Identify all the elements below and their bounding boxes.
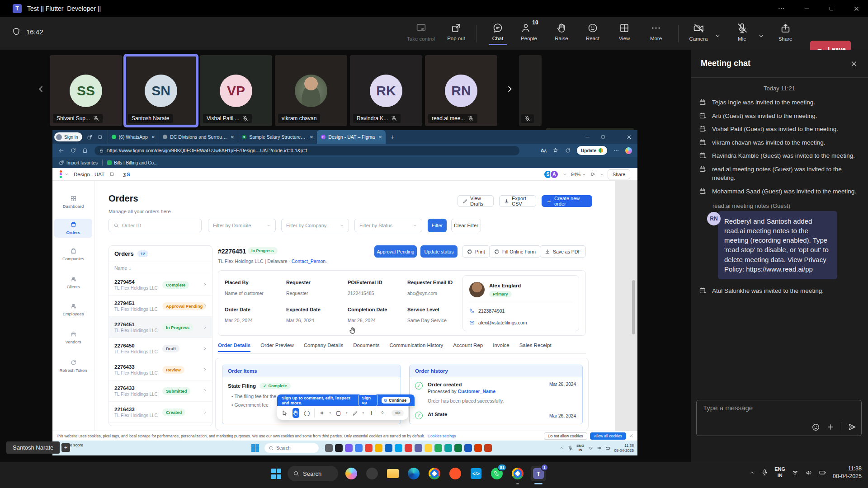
filter-domicile-select[interactable]: Filter by Domicile — [208, 219, 276, 232]
chrome-icon[interactable] — [427, 466, 442, 481]
tray-chevron-icon[interactable] — [559, 446, 564, 450]
clear-filter-button[interactable]: Clear Filter — [451, 219, 481, 232]
canvas-scrollbar[interactable] — [632, 280, 635, 334]
tab-close-icon[interactable]: ✕ — [231, 135, 234, 140]
filter-company-select[interactable]: Filter by Company — [281, 219, 349, 232]
detail-tab[interactable]: Order Preview — [260, 343, 294, 352]
contact-email[interactable]: alex@vstatefilings.com — [469, 320, 527, 325]
dev-mode-toggle[interactable]: </> — [392, 410, 404, 416]
settings-more-icon[interactable] — [613, 147, 619, 154]
raise-hand-button[interactable]: Raise — [545, 23, 578, 41]
fill-online-form-button[interactable]: Fill Online Form — [489, 245, 541, 258]
mic-tray-icon[interactable] — [761, 469, 768, 476]
contact-person-link[interactable]: Contact_Person. — [292, 258, 327, 264]
detail-tab[interactable]: Communication History — [389, 343, 443, 352]
browser-tab[interactable]: (6) WhatsApp ✕ — [108, 130, 159, 144]
camera-options-chevron-icon[interactable] — [714, 33, 721, 41]
figma-file-name[interactable]: Design - UAT — [74, 172, 104, 177]
volume-icon[interactable] — [597, 446, 602, 450]
language-indicator[interactable]: ENGIN — [576, 444, 584, 452]
hand-tool-icon[interactable] — [292, 408, 299, 418]
file-explorer-icon[interactable] — [385, 466, 401, 481]
print-button[interactable]: Print — [462, 245, 490, 258]
text-tool-icon[interactable]: T — [368, 408, 375, 418]
shared-app-icon[interactable] — [415, 444, 422, 452]
create-new-order-button[interactable]: Create new order — [542, 195, 592, 207]
window-minimize-icon[interactable] — [796, 0, 817, 17]
bookmark-import-favorites[interactable]: Import favorites — [59, 160, 98, 165]
pen-tool-icon[interactable] — [352, 408, 359, 418]
shared-app-icon[interactable] — [325, 444, 333, 452]
shield-app-icon[interactable] — [364, 466, 380, 481]
shared-app-icon[interactable] — [434, 444, 442, 452]
shared-app-icon[interactable] — [484, 444, 492, 452]
favorite-star-icon[interactable] — [552, 147, 559, 154]
detail-tab[interactable]: Order Details — [218, 343, 250, 352]
chat-input-box[interactable] — [696, 400, 862, 436]
sidebar-item-vendors[interactable]: Vendors — [54, 331, 92, 344]
shared-search-box[interactable]: Search — [264, 443, 319, 453]
browser-minimize-icon[interactable] — [585, 134, 590, 140]
order-row[interactable]: 2279454 TL Flex Holdings LLC Complete — [109, 274, 212, 296]
order-row[interactable]: 2276433 TL Flex Holdings LLC Review — [109, 359, 212, 380]
filter-button[interactable]: Filter — [428, 219, 447, 232]
present-chevron-icon[interactable] — [599, 172, 604, 177]
deny-cookies-button[interactable]: Do not allow cookies — [544, 432, 587, 440]
wifi-icon[interactable] — [792, 469, 799, 476]
back-icon[interactable] — [58, 147, 65, 154]
sync-icon[interactable] — [565, 147, 571, 154]
mic-icon[interactable] — [568, 446, 573, 450]
order-row[interactable]: 2276433 TL Flex Holdings LLC Submitted — [109, 380, 212, 402]
participant-tile[interactable]: RN read.ai mee... — [425, 55, 497, 126]
start-button[interactable] — [271, 468, 282, 479]
comment-tool-icon[interactable]: ◯ — [303, 408, 310, 418]
browser-tab[interactable]: F Design - UAT – Figma ✕ — [317, 130, 386, 144]
shared-app-icon[interactable] — [335, 444, 343, 452]
order-row[interactable]: 2276450 TL Flex Holdings LLC Draft — [109, 338, 212, 359]
view-drafts-button[interactable]: View Drafts — [458, 195, 494, 207]
customer-name-link[interactable]: Customer_Name — [458, 389, 495, 394]
shared-app-icon[interactable] — [405, 444, 412, 452]
order-row[interactable]: 2279451 TL Flex Holdings LLC Approval Pe… — [109, 296, 212, 317]
chat-message-list[interactable]: Today 11:21 Tejas Ingle was invited to t… — [691, 81, 868, 398]
wifi-icon[interactable] — [588, 446, 593, 450]
avatars-chevron-icon[interactable] — [562, 172, 567, 177]
browser-signin-button[interactable]: Sign in — [54, 132, 82, 141]
scroll-left-button[interactable] — [36, 84, 46, 96]
shared-app-icon[interactable] — [425, 444, 432, 452]
url-field[interactable]: https://www.figma.com/design/9BKQ0FOHRWa… — [94, 146, 519, 155]
edge-icon[interactable] — [406, 466, 421, 481]
sidebar-item-dashboard[interactable]: Dashboard — [54, 195, 92, 209]
window-close-icon[interactable] — [846, 0, 867, 17]
taskbar-clock[interactable]: 11:3808-04-2025 — [833, 465, 862, 480]
participant-tile[interactable]: VP Vishal Patil ... — [200, 55, 272, 126]
mic-options-chevron-icon[interactable] — [758, 33, 764, 41]
browser-tab[interactable]: X Sample Salary Structure with calc ✕ — [238, 130, 317, 144]
shared-app-icon[interactable] — [444, 444, 452, 452]
refresh-icon[interactable] — [70, 147, 76, 154]
figma-share-button[interactable]: Share — [608, 169, 630, 179]
name-column-header[interactable]: Name↓ — [109, 262, 212, 274]
present-play-icon[interactable] — [590, 171, 596, 177]
collaborator-avatar[interactable]: A — [550, 170, 559, 179]
update-status-button[interactable]: Update status — [420, 245, 458, 258]
shared-app-icon[interactable] — [395, 444, 402, 452]
message-input[interactable] — [703, 404, 839, 419]
shape-tool-icon[interactable]: ▢ — [335, 408, 342, 418]
export-csv-button[interactable]: Export CSV — [499, 195, 536, 207]
workspaces-icon[interactable] — [87, 134, 93, 140]
detail-tab[interactable]: Account Rep — [453, 343, 483, 352]
take-control-button[interactable]: Take control — [404, 23, 438, 42]
order-row[interactable]: 2276451 TL Flex Holdings LLC In Progress — [109, 317, 212, 338]
new-tab-button[interactable]: + — [390, 133, 394, 141]
participant-tile[interactable]: SN Santosh Narate — [125, 55, 197, 126]
volume-icon[interactable] — [805, 469, 812, 476]
window-more-icon[interactable] — [771, 0, 792, 17]
sidebar-item-clients[interactable]: Clients — [54, 276, 92, 289]
pages-icon[interactable] — [109, 171, 115, 177]
share-button[interactable]: Share — [769, 23, 802, 42]
figma-canvas[interactable]: Dashboard Orders Companies Clients Emplo… — [52, 181, 637, 431]
pop-out-button[interactable]: Pop out — [439, 23, 473, 41]
detail-tab[interactable]: Sales Receipt — [519, 343, 552, 352]
chat-close-icon[interactable] — [850, 60, 858, 68]
